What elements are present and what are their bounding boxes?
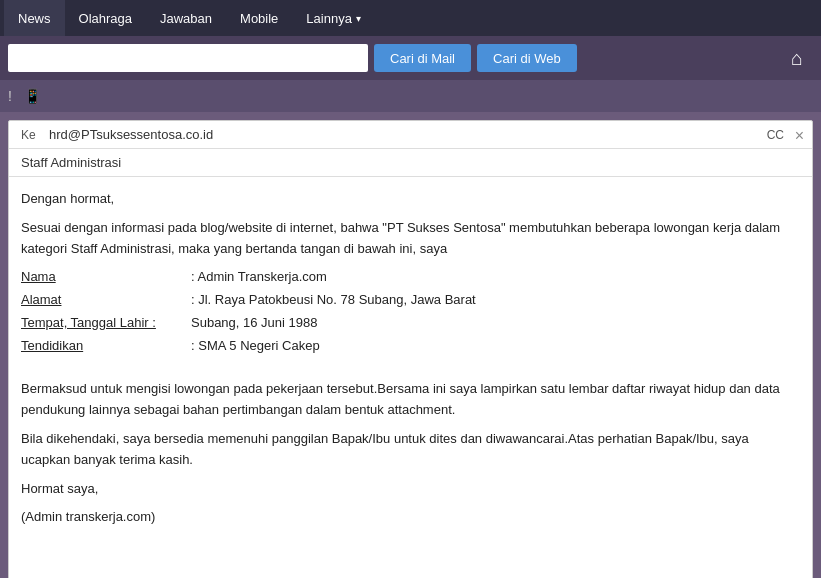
- to-address[interactable]: hrd@PTsuksessentosa.co.id: [49, 127, 767, 142]
- field-pendidikan: Tendidikan : SMA 5 Negeri Cakep: [21, 336, 800, 357]
- field-value-alamat: : Jl. Raya Patokbeusi No. 78 Subang, Jaw…: [191, 290, 476, 311]
- search-mail-button[interactable]: Cari di Mail: [374, 44, 471, 72]
- closing2: (Admin transkerja.com): [21, 507, 800, 528]
- nav-item-mobile[interactable]: Mobile: [226, 0, 292, 36]
- notification-icon[interactable]: !: [8, 88, 12, 104]
- field-label-nama: Nama: [21, 267, 191, 288]
- email-body: Dengan hormat, Sesuai dengan informasi p…: [9, 177, 812, 557]
- field-value-ttl: Subang, 16 Juni 1988: [191, 313, 318, 334]
- greeting: Dengan hormat,: [21, 189, 800, 210]
- field-ttl: Tempat, Tanggal Lahir : Subang, 16 Juni …: [21, 313, 800, 334]
- close-button[interactable]: ×: [795, 127, 804, 145]
- field-value-nama: : Admin Transkerja.com: [191, 267, 327, 288]
- mobile-icon[interactable]: 📱: [24, 88, 41, 104]
- icon-bar: ! 📱: [0, 80, 821, 112]
- home-icon[interactable]: ⌂: [781, 47, 813, 70]
- email-subject[interactable]: Staff Administrasi: [9, 149, 812, 177]
- email-to-header: Ke hrd@PTsuksessentosa.co.id CC ×: [9, 121, 812, 149]
- search-input[interactable]: [8, 44, 368, 72]
- cc-label[interactable]: CC: [767, 128, 784, 142]
- closing1: Hormat saya,: [21, 479, 800, 500]
- paragraph1: Bermaksud untuk mengisi lowongan pada pe…: [21, 379, 800, 421]
- field-label-pendidikan: Tendidikan: [21, 336, 191, 357]
- nav-item-lainnya[interactable]: Lainnya ▾: [292, 0, 375, 36]
- field-alamat: Alamat : Jl. Raya Patokbeusi No. 78 Suba…: [21, 290, 800, 311]
- nav-item-news[interactable]: News: [4, 0, 65, 36]
- navbar: News Olahraga Jawaban Mobile Lainnya ▾: [0, 0, 821, 36]
- to-label: Ke: [21, 128, 41, 142]
- paragraph2: Bila dikehendaki, saya bersedia memenuhi…: [21, 429, 800, 471]
- chevron-down-icon: ▾: [356, 13, 361, 24]
- field-label-alamat: Alamat: [21, 290, 191, 311]
- intro-paragraph: Sesuai dengan informasi pada blog/websit…: [21, 218, 800, 260]
- nav-item-olahraga[interactable]: Olahraga: [65, 0, 146, 36]
- search-bar: Cari di Mail Cari di Web ⌂: [0, 36, 821, 80]
- nav-item-jawaban[interactable]: Jawaban: [146, 0, 226, 36]
- field-label-ttl: Tempat, Tanggal Lahir :: [21, 313, 191, 334]
- field-nama: Nama : Admin Transkerja.com: [21, 267, 800, 288]
- email-compose: Ke hrd@PTsuksessentosa.co.id CC × Staff …: [8, 120, 813, 578]
- field-value-pendidikan: : SMA 5 Negeri Cakep: [191, 336, 320, 357]
- search-web-button[interactable]: Cari di Web: [477, 44, 577, 72]
